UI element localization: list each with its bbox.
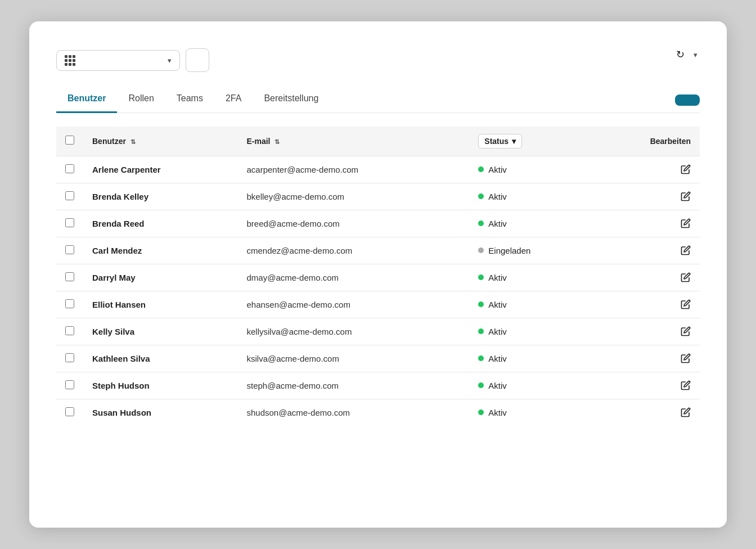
table-header: Benutzer ⇅ E-mail ⇅ Status ▾ Bea (56, 127, 700, 156)
row-checkbox[interactable] (65, 326, 74, 335)
user-status: Aktiv (469, 372, 595, 399)
user-name: Kelly Silva (83, 318, 237, 345)
user-sort-icon[interactable]: ⇅ (130, 138, 136, 145)
status-label: Aktiv (488, 300, 507, 309)
edit-button[interactable] (604, 326, 691, 336)
user-name: Brenda Kelley (83, 183, 237, 210)
user-email: steph@acme-demo.com (237, 372, 469, 399)
row-check-cell (56, 318, 83, 345)
table-row: Carl Mendezcmendez@acme-demo.comEingelad… (56, 237, 700, 264)
edit-button[interactable] (604, 380, 691, 390)
status-label: Aktiv (488, 381, 507, 390)
header-edit-col: Bearbeiten (595, 127, 700, 156)
tab-rollen[interactable]: Rollen (117, 88, 165, 113)
active-status-dot (478, 274, 484, 280)
sync-section: ↻ ▾ (674, 44, 700, 65)
edit-button[interactable] (604, 272, 691, 282)
edit-cell (595, 291, 700, 318)
user-status: Aktiv (469, 345, 595, 372)
edit-cell (595, 156, 700, 183)
edit-button[interactable] (604, 245, 691, 255)
header-edit-label: Bearbeiten (650, 137, 691, 146)
sync-icon: ↻ (676, 48, 685, 61)
row-check-cell (56, 183, 83, 210)
row-checkbox[interactable] (65, 380, 74, 389)
tab-teams[interactable]: Teams (165, 88, 214, 113)
row-check-cell (56, 210, 83, 237)
tabs-row: Benutzer Rollen Teams 2FA Bereitstellung (56, 88, 700, 113)
edit-cell (595, 399, 700, 426)
table-row: Susan Hudsonshudson@acme-demo.comAktiv (56, 399, 700, 426)
sync-button[interactable]: ↻ ▾ (674, 44, 700, 65)
edit-cell (595, 210, 700, 237)
row-check-cell (56, 399, 83, 426)
user-email: dmay@acme-demo.com (237, 264, 469, 291)
dropdown-chevron-icon: ▾ (168, 56, 172, 65)
grid-icon (65, 55, 75, 66)
more-options-button[interactable] (186, 48, 209, 72)
select-all-checkbox[interactable] (65, 136, 74, 145)
top-bar: ▾ ↻ ▾ (56, 44, 700, 72)
user-email: kellysilva@acme-demo.com (237, 318, 469, 345)
edit-button[interactable] (604, 299, 691, 309)
users-table-wrapper: Benutzer ⇅ E-mail ⇅ Status ▾ Bea (56, 127, 700, 426)
table-row: Elliot Hansenehansen@acme-demo.comAktiv (56, 291, 700, 318)
status-label: Aktiv (488, 354, 507, 363)
row-check-cell (56, 156, 83, 183)
row-checkbox[interactable] (65, 299, 74, 308)
tab-benutzer[interactable]: Benutzer (56, 88, 117, 113)
user-email: ksilva@acme-demo.com (237, 345, 469, 372)
email-sort-icon[interactable]: ⇅ (274, 138, 280, 145)
active-status-dot (478, 194, 484, 199)
table-row: Steph Hudsonsteph@acme-demo.comAktiv (56, 372, 700, 399)
user-email: cmendez@acme-demo.com (237, 237, 469, 264)
edit-button[interactable] (604, 191, 691, 201)
add-user-button[interactable] (675, 94, 700, 106)
status-filter-button[interactable]: Status ▾ (478, 134, 522, 148)
tab-2fa[interactable]: 2FA (214, 88, 253, 113)
header-email-col: E-mail ⇅ (237, 127, 469, 156)
active-status-dot (478, 328, 484, 334)
header-user-col: Benutzer ⇅ (83, 127, 237, 156)
status-label: Aktiv (488, 219, 507, 228)
user-email: bkelley@acme-demo.com (237, 183, 469, 210)
node-controls: ▾ (56, 48, 209, 72)
row-checkbox[interactable] (65, 245, 74, 254)
status-filter-chevron-icon: ▾ (512, 137, 516, 146)
users-table: Benutzer ⇅ E-mail ⇅ Status ▾ Bea (56, 127, 700, 426)
edit-button[interactable] (604, 164, 691, 174)
edit-cell (595, 345, 700, 372)
user-status: Aktiv (469, 399, 595, 426)
table-row: Brenda Reedbreed@acme-demo.comAktiv (56, 210, 700, 237)
user-email: acarpenter@acme-demo.com (237, 156, 469, 183)
status-label: Aktiv (488, 273, 507, 282)
row-checkbox[interactable] (65, 407, 74, 416)
node-dropdown[interactable]: ▾ (56, 50, 180, 71)
row-checkbox[interactable] (65, 164, 74, 173)
user-name: Carl Mendez (83, 237, 237, 264)
user-email: breed@acme-demo.com (237, 210, 469, 237)
user-status: Eingeladen (469, 237, 595, 264)
user-name: Steph Hudson (83, 372, 237, 399)
row-check-cell (56, 264, 83, 291)
table-row: Kathleen Silvaksilva@acme-demo.comAktiv (56, 345, 700, 372)
edit-cell (595, 372, 700, 399)
edit-button[interactable] (604, 407, 691, 417)
status-filter-label: Status (484, 137, 508, 146)
user-status: Aktiv (469, 156, 595, 183)
user-name: Arlene Carpenter (83, 156, 237, 183)
row-checkbox[interactable] (65, 272, 74, 281)
user-name: Susan Hudson (83, 399, 237, 426)
row-checkbox[interactable] (65, 218, 74, 227)
header-check-col (56, 127, 83, 156)
tab-bereitstellung[interactable]: Bereitstellung (253, 88, 330, 113)
row-checkbox[interactable] (65, 353, 74, 362)
header-user-label: Benutzer (92, 137, 126, 146)
status-label: Aktiv (488, 327, 507, 336)
status-label: Aktiv (488, 408, 507, 417)
user-name: Darryl May (83, 264, 237, 291)
status-label: Aktiv (488, 192, 507, 201)
edit-button[interactable] (604, 353, 691, 363)
edit-button[interactable] (604, 218, 691, 228)
row-checkbox[interactable] (65, 191, 74, 200)
